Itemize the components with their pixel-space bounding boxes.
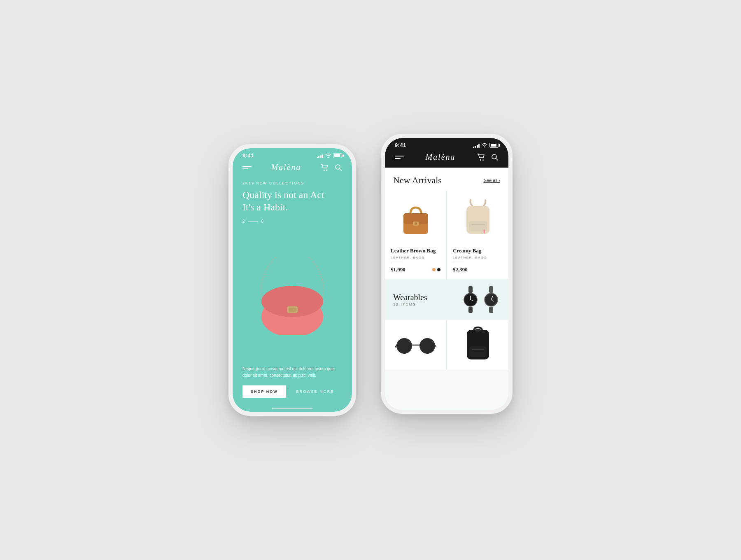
black-backpack-svg (464, 327, 492, 364)
hamburger-icon-right[interactable] (395, 156, 404, 159)
time-right: 9:41 (395, 142, 406, 148)
svg-rect-38 (469, 346, 487, 357)
hero-bottom: Neque porro quisquam est qui dolorem ips… (233, 364, 352, 404)
cta-buttons: SHOP NOW BROWSE MORE (242, 385, 342, 398)
product-card-1[interactable]: Leather Brown Bag LEATHER, BAGS $1,990 (385, 191, 446, 279)
nav-icons-right-r (477, 154, 499, 161)
nav-left: Malèna (233, 160, 352, 177)
cta-divider (288, 387, 288, 397)
search-icon[interactable] (335, 164, 342, 171)
wearables-title: Wearables (393, 293, 427, 302)
color-dot-black (437, 268, 440, 271)
svg-point-1 (326, 170, 327, 171)
hero-title: Quality is not an Act It's a Habit. (242, 189, 342, 213)
search-icon-right[interactable] (491, 154, 499, 161)
nav-right: Malèna (385, 150, 508, 168)
product-name-1: Leather Brown Bag (391, 247, 440, 254)
watches-preview (461, 286, 500, 313)
svg-point-9 (482, 159, 484, 161)
status-icons-left (317, 153, 343, 158)
brand-name-right: Malèna (425, 152, 455, 162)
bottom-grid (385, 320, 508, 370)
wifi-icon (325, 153, 331, 158)
bag-illustration (242, 224, 342, 364)
svg-rect-27 (489, 307, 493, 313)
product-price-2: $2,390 (453, 266, 468, 273)
battery-icon (333, 153, 342, 158)
see-all-link[interactable]: See all › (484, 178, 500, 183)
status-icons-right (473, 143, 499, 148)
nav-icons-right (321, 164, 342, 171)
shop-now-button[interactable]: SHOP NOW (242, 385, 286, 398)
product-price-1: $1,990 (391, 266, 405, 273)
watch-2-svg (482, 286, 500, 313)
time-left: 9:41 (242, 152, 254, 159)
product-image-2 (453, 197, 503, 243)
wearables-count: 32 ITEMS (393, 302, 427, 306)
left-screen: 9:41 (233, 148, 352, 412)
hero-content: 2K19 NEW COLLECTIONS Quality is not an A… (233, 177, 352, 364)
hero-description: Neque porro quisquam est qui dolorem ips… (242, 364, 342, 379)
svg-line-3 (340, 168, 342, 170)
battery-icon-right (489, 143, 499, 148)
product-price-row-2: $2,390 (453, 266, 503, 273)
brand-name-left: Malèna (271, 163, 301, 172)
cream-backpack-svg (461, 199, 494, 240)
product-grid: Leather Brown Bag LEATHER, BAGS $1,990 (385, 191, 508, 279)
svg-rect-40 (475, 329, 481, 331)
left-phone: 9:41 (228, 144, 356, 416)
black-backpack-card[interactable] (447, 320, 508, 370)
svg-rect-20 (468, 286, 473, 293)
home-indicator (233, 404, 352, 412)
slide-indicator: 2 6 (242, 219, 342, 224)
product-image-1 (391, 197, 440, 243)
svg-point-0 (324, 170, 325, 171)
cart-icon[interactable] (321, 164, 329, 171)
signal-icon (317, 153, 324, 158)
signal-icon-right (473, 143, 480, 148)
product-category-1: LEATHER, BAGS (391, 256, 440, 259)
right-content: New Arrivals See all › (385, 168, 508, 410)
svg-line-11 (496, 158, 498, 160)
collection-label: 2K19 NEW COLLECTIONS (242, 181, 342, 185)
browse-more-button[interactable]: BROWSE MORE (290, 385, 341, 398)
bag-svg (247, 253, 338, 335)
right-screen: 9:41 (385, 138, 508, 410)
svg-point-8 (480, 159, 481, 161)
status-bar-left: 9:41 (233, 148, 352, 160)
svg-rect-21 (468, 307, 473, 313)
new-arrivals-header: New Arrivals See all › (385, 168, 508, 191)
sunglasses-svg (395, 334, 436, 356)
wifi-icon-right (482, 143, 487, 147)
svg-rect-7 (289, 308, 296, 312)
color-dot-tan (432, 268, 436, 271)
status-bar-right: 9:41 (385, 138, 508, 150)
svg-point-33 (397, 338, 412, 353)
wearables-section[interactable]: Wearables 32 ITEMS (385, 280, 508, 320)
wearables-text: Wearables 32 ITEMS (393, 293, 427, 306)
product-name-2: Creamy Bag (453, 247, 503, 254)
sunglasses-card[interactable] (385, 320, 446, 370)
watch-1-svg (461, 286, 480, 313)
color-dots-1 (432, 268, 440, 271)
svg-point-34 (420, 338, 435, 353)
new-arrivals-title: New Arrivals (393, 175, 442, 186)
product-price-row-1: $1,990 (391, 266, 440, 273)
brown-bag-svg (397, 203, 434, 238)
svg-point-15 (415, 222, 417, 225)
right-phone: 9:41 (381, 134, 513, 414)
product-card-2[interactable]: Creamy Bag LEATHER, BAGS $2,390 (447, 191, 508, 279)
product-category-2: LEATHER, BAGS (453, 256, 503, 259)
svg-rect-26 (489, 286, 493, 293)
cart-icon-right[interactable] (477, 154, 485, 161)
hamburger-icon[interactable] (242, 166, 252, 169)
